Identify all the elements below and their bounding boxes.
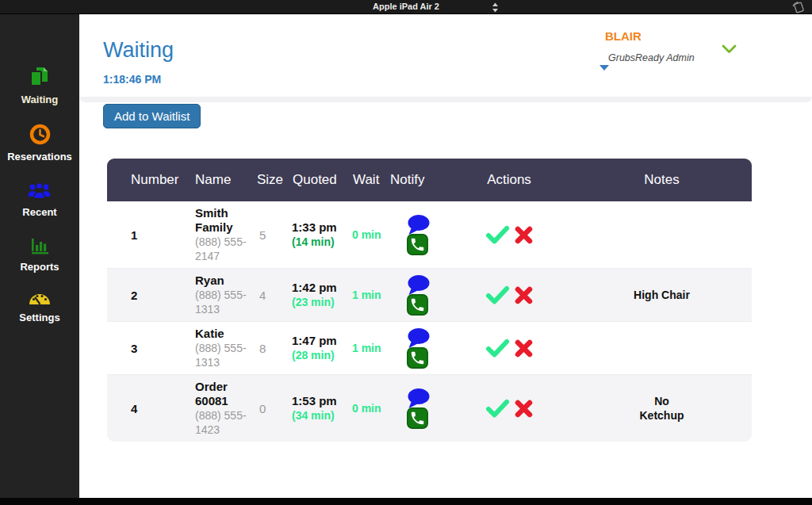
row-number: 1 [107, 228, 186, 242]
check-icon[interactable] [485, 225, 510, 245]
sidebar-item-reports[interactable]: Reports [20, 236, 59, 273]
caret-down-icon [599, 65, 609, 71]
phone-call-icon[interactable] [407, 407, 428, 429]
phone-call-icon[interactable] [407, 234, 428, 255]
sidebar-label-recent: Recent [22, 206, 56, 218]
guest-name: Order 60081 [195, 380, 256, 408]
sidebar-label-waiting: Waiting [21, 94, 58, 105]
column-header-number: Number [107, 172, 186, 188]
simulator-bottom-bar [0, 498, 812, 505]
column-header-actions: Actions [446, 172, 572, 188]
wait-value: 1 min [352, 342, 389, 354]
sidebar-item-settings[interactable]: Settings [19, 291, 59, 323]
pages-icon [28, 67, 52, 91]
column-header-size: Size [256, 172, 292, 188]
table-row: 2 Ryan (888) 555-1313 4 1:42 pm (23 min)… [107, 269, 752, 322]
waitlist-table: Number Name Size Quoted Wait Notify Acti… [107, 159, 752, 442]
add-to-waitlist-button[interactable]: Add to Waitlist [103, 104, 201, 128]
page-header: Waiting 1:18:46 PM BLAIR GrubsReady Admi… [79, 14, 812, 97]
party-size: 5 [256, 228, 292, 242]
phone-call-icon[interactable] [407, 294, 428, 316]
guest-name: Smith Family [195, 206, 256, 235]
wait-value: 1 min [352, 289, 389, 301]
x-icon[interactable] [514, 339, 534, 358]
people-icon [26, 181, 52, 204]
quoted-time: 1:33 pm [292, 220, 352, 235]
guest-phone: (888) 555-1423 [195, 408, 256, 437]
quoted-time: 1:53 pm [292, 393, 352, 408]
sidebar-label-reservations: Reservations [7, 151, 72, 163]
sidebar-item-reservations[interactable]: Reservations [7, 124, 72, 163]
row-notes: High Chair [634, 288, 690, 302]
quoted-time: 1:47 pm [292, 333, 352, 348]
row-number: 3 [107, 342, 186, 355]
table-row: 1 Smith Family (888) 555-2147 5 1:33 pm … [107, 201, 752, 269]
wait-value: 0 min [352, 228, 389, 241]
sidebar: Waiting Reservations [0, 14, 79, 498]
party-size: 8 [256, 342, 292, 355]
guest-name: Katie [195, 327, 256, 341]
clock-icon [29, 124, 51, 148]
header-separator [79, 97, 812, 102]
current-time: 1:18:46 PM [103, 73, 161, 86]
sidebar-label-reports: Reports [20, 261, 59, 273]
guest-phone: (888) 555-1313 [195, 341, 256, 369]
guest-name: Ryan [195, 274, 256, 288]
x-icon[interactable] [514, 285, 534, 305]
device-select-stepper-icon[interactable] [492, 2, 499, 13]
x-icon[interactable] [514, 399, 534, 419]
quoted-minutes: (23 min) [292, 295, 352, 310]
sidebar-item-waiting[interactable]: Waiting [21, 67, 58, 105]
user-role: GrubsReady Admin [608, 52, 695, 63]
row-number: 2 [107, 289, 186, 302]
page-title: Waiting [103, 38, 174, 63]
gauge-icon [28, 291, 52, 309]
bar-chart-icon [29, 236, 51, 258]
wait-value: 0 min [352, 402, 389, 415]
table-header: Number Name Size Quoted Wait Notify Acti… [107, 159, 752, 201]
chat-bubble-icon[interactable] [405, 327, 431, 349]
table-row: 3 Katie (888) 555-1313 8 1:47 pm (28 min… [107, 322, 752, 375]
column-header-notes: Notes [572, 172, 752, 188]
row-number: 4 [107, 402, 186, 415]
chat-bubble-icon[interactable] [405, 388, 431, 409]
party-size: 0 [256, 402, 292, 415]
check-icon[interactable] [485, 339, 510, 358]
guest-phone: (888) 555-2147 [195, 235, 256, 263]
toolbar: Add to Waitlist [103, 104, 812, 128]
check-icon[interactable] [485, 285, 510, 305]
guest-phone: (888) 555-1313 [195, 288, 256, 316]
sidebar-item-recent[interactable]: Recent [22, 181, 56, 218]
quoted-minutes: (14 min) [292, 235, 352, 250]
quoted-minutes: (34 min) [292, 408, 352, 423]
check-icon[interactable] [485, 399, 510, 419]
chevron-down-icon[interactable] [722, 44, 737, 54]
table-body: 1 Smith Family (888) 555-2147 5 1:33 pm … [107, 201, 752, 442]
column-header-name: Name [186, 172, 256, 188]
row-notes: No Ketchup [634, 394, 691, 423]
sidebar-label-settings: Settings [19, 312, 59, 323]
party-size: 4 [256, 289, 292, 302]
user-name[interactable]: BLAIR [605, 29, 642, 43]
quoted-minutes: (28 min) [292, 348, 352, 363]
column-header-wait: Wait [352, 172, 389, 188]
column-header-notify: Notify [389, 172, 446, 188]
column-header-quoted: Quoted [292, 172, 352, 188]
main-content: Waiting 1:18:46 PM BLAIR GrubsReady Admi… [79, 14, 812, 498]
quoted-time: 1:42 pm [292, 280, 352, 295]
rotate-device-icon[interactable] [791, 1, 806, 13]
device-title: Apple iPad Air 2 [0, 2, 812, 11]
phone-call-icon[interactable] [407, 347, 428, 369]
x-icon[interactable] [514, 225, 534, 245]
chat-bubble-icon[interactable] [405, 274, 431, 296]
table-row: 4 Order 60081 (888) 555-1423 0 1:53 pm (… [107, 375, 752, 442]
simulator-title-bar: Apple iPad Air 2 [0, 0, 812, 14]
chat-bubble-icon[interactable] [405, 214, 431, 235]
